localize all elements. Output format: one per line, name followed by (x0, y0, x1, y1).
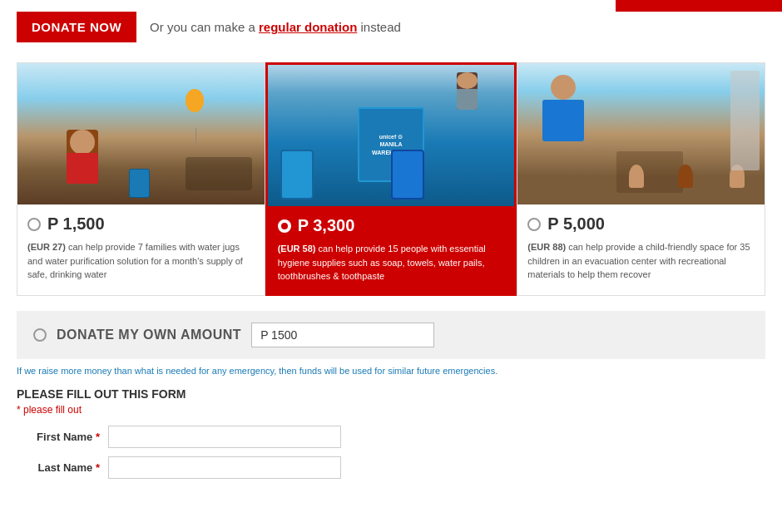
card-5000[interactable]: P 5,000 (EUR 88) can help provide a chil… (517, 62, 765, 296)
card-3300-price: P 3,300 (298, 216, 355, 235)
regular-donation-link[interactable]: regular donation (259, 20, 357, 34)
card-5000-price: P 5,000 (547, 214, 605, 234)
card-3300[interactable]: unicef ⊙MANILAWAREHOUSE P 3,300 (EUR 58)… (265, 62, 517, 296)
own-amount-section: DONATE MY OWN AMOUNT (17, 311, 765, 359)
card-3300-desc: (EUR 58) can help provide 15 people with… (278, 242, 505, 283)
card-5000-body: P 5,000 (EUR 88) can help provide a chil… (517, 204, 765, 292)
last-name-required: * (96, 461, 100, 474)
tagline-text: Or you can make a regular donation inste… (150, 20, 401, 34)
first-name-label: First Name * (17, 431, 100, 443)
top-right-accent (616, 0, 782, 12)
donate-now-button[interactable]: DONATE NOW (17, 12, 136, 42)
own-amount-label: DONATE MY OWN AMOUNT (57, 328, 241, 342)
card-1500[interactable]: P 1,500 (EUR 27) can help provide 7 fami… (17, 62, 265, 296)
first-name-row: First Name * (17, 426, 765, 448)
card-3300-body: P 3,300 (EUR 58) can help provide 15 peo… (268, 206, 515, 293)
card-5000-desc: (EUR 88) can help provide a child-friend… (527, 240, 755, 282)
card-5000-image (517, 63, 765, 204)
last-name-row: Last Name * (17, 456, 765, 479)
donation-form: PLEASE FILL OUT THIS FORM * please fill … (17, 387, 765, 479)
card-1500-desc: (EUR 27) can help provide 7 families wit… (27, 240, 255, 282)
last-name-label: Last Name * (17, 461, 100, 474)
donation-cards: P 1,500 (EUR 27) can help provide 7 fami… (0, 62, 782, 296)
fund-info-text: If we raise more money than what is need… (17, 366, 765, 376)
last-name-input[interactable] (108, 456, 341, 479)
card-1500-image (17, 63, 265, 204)
card-3300-radio[interactable] (278, 219, 291, 233)
own-amount-radio[interactable] (33, 328, 47, 342)
card-1500-price: P 1,500 (47, 214, 105, 234)
card-1500-radio[interactable] (27, 218, 41, 231)
form-error-message: * please fill out (17, 404, 765, 416)
own-amount-input[interactable] (251, 323, 434, 347)
form-title: PLEASE FILL OUT THIS FORM (17, 387, 765, 401)
donate-label: DONATE (32, 20, 86, 34)
card-3300-image: unicef ⊙MANILAWAREHOUSE (268, 65, 515, 206)
card-1500-body: P 1,500 (EUR 27) can help provide 7 fami… (17, 204, 265, 292)
donate-suffix: NOW (86, 20, 121, 34)
first-name-input[interactable] (108, 426, 341, 448)
card-5000-radio[interactable] (527, 218, 541, 231)
first-name-required: * (96, 431, 100, 443)
